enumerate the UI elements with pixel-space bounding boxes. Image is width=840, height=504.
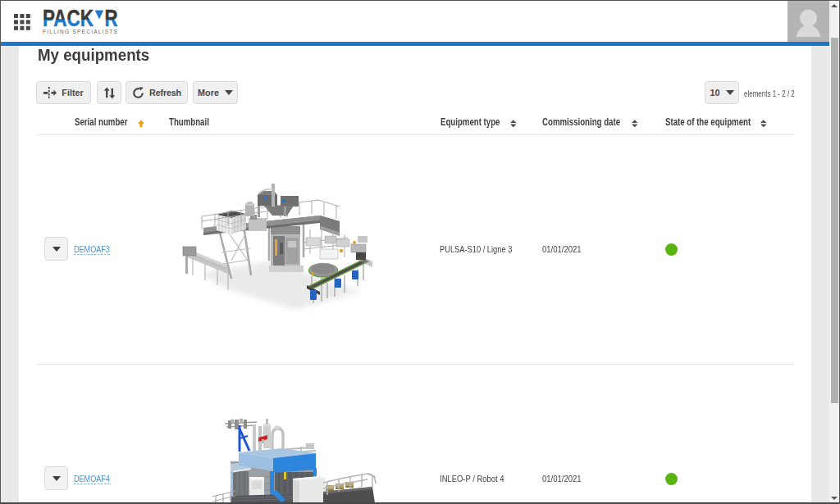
svg-text:PACK: PACK (43, 5, 94, 31)
svg-text:R: R (105, 5, 118, 31)
svg-text:FILLING SPECIALISTS: FILLING SPECIALISTS (43, 29, 118, 34)
